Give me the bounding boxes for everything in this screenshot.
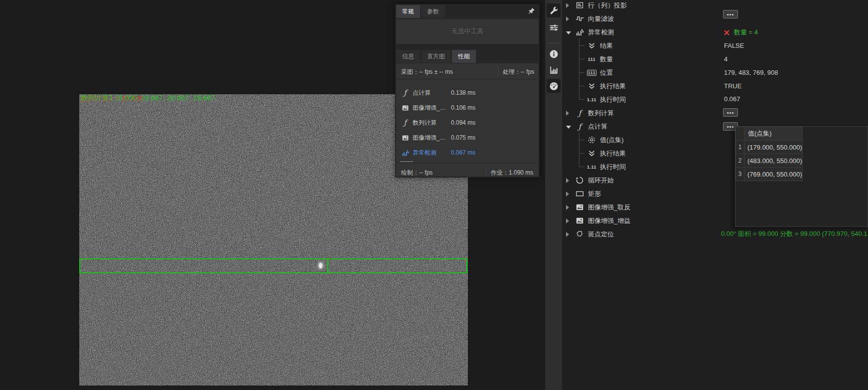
tree-item-point-set-value[interactable]: 值(点集) xyxy=(562,133,720,147)
performance-header: 采图：-- fps ± -- ms 处理：-- fps xyxy=(396,63,539,79)
wrench-icon[interactable] xyxy=(547,3,561,17)
chevron-right-icon[interactable] xyxy=(566,205,569,210)
info-icon[interactable] xyxy=(547,47,561,61)
tree-item-exec-result[interactable]: 执行结果 xyxy=(562,79,720,93)
tree-item-rectangle[interactable]: 矩形 xyxy=(562,187,720,200)
no-tool-selected-message: 无选中工具 xyxy=(396,19,539,44)
tree-item-image-enhance-gain[interactable]: 图像增强_增益 xyxy=(562,214,720,227)
perf-row-image-enhance-1[interactable]: 图像增强_… 0.106 ms xyxy=(396,100,539,115)
info-tabbar: 信息 直方图 性能 xyxy=(396,50,539,63)
table-row[interactable]: 2 (483.000, 550.000) xyxy=(736,154,803,168)
sliders-icon[interactable] xyxy=(547,20,561,34)
chevron-right-icon[interactable] xyxy=(566,232,569,237)
loop-icon xyxy=(575,176,585,185)
value-count: 4 xyxy=(724,55,727,63)
scroll-indicator[interactable] xyxy=(400,161,413,162)
tree-item-loop-start[interactable]: 循环开始 xyxy=(562,174,720,187)
tab-general[interactable]: 常规 xyxy=(396,5,420,18)
chevron-right-icon[interactable] xyxy=(566,16,569,21)
tree-item-count[interactable]: 111 数量 xyxy=(562,52,720,66)
performance-list: 采图：-- fps ± -- ms 处理：-- fps ƒ 点计算 0.138 … xyxy=(396,63,539,177)
tree-item-series-calc[interactable]: ƒ 数列计算 xyxy=(562,106,720,120)
roi-divider-line xyxy=(327,259,328,272)
perf-row-image-enhance-2[interactable]: 图像增强_… 0.075 ms xyxy=(396,130,539,145)
time-icon: 1.11 xyxy=(586,95,597,104)
table-header: 值(点集) xyxy=(744,127,803,141)
value-false: FALSE xyxy=(724,42,744,49)
value-true: TRUE xyxy=(724,82,741,90)
tree-item-vector-filter[interactable]: 向量滤波 xyxy=(562,12,720,25)
projection-icon xyxy=(575,1,585,10)
rectangle-icon xyxy=(575,190,585,198)
draw-fps-label: 绘制：-- fps xyxy=(401,169,433,177)
tree-item-exec-time[interactable]: 1.11 执行时间 xyxy=(562,93,720,106)
point-set-popup: 值(点集) 1 (179.000, 550.000) 2 (483.000, 5… xyxy=(735,126,868,227)
more-options-button[interactable]: ••• xyxy=(723,10,738,18)
tree-item-blob-locate[interactable]: 斑点定位 xyxy=(562,227,720,241)
perf-row-anomaly-detect[interactable]: 异常检测 0.067 ms xyxy=(396,145,539,160)
tab-parameters[interactable]: 参数 xyxy=(421,5,445,18)
position-icon: 111 xyxy=(587,70,597,76)
tree-item-exec-result[interactable]: 执行结果 xyxy=(562,147,720,160)
value-time: 0.067 xyxy=(724,95,740,103)
anomaly-icon xyxy=(575,28,585,37)
double-chevron-down-icon xyxy=(586,41,597,50)
image-icon xyxy=(401,104,410,112)
table-corner-cell xyxy=(736,127,744,141)
chevron-right-icon[interactable] xyxy=(566,218,569,223)
result-count-label: 数量 = 4 xyxy=(734,28,758,37)
blob-result-text: 0.00° 面积 = 99.000 分数 = 99.000 (770.970, … xyxy=(721,229,868,238)
divider xyxy=(498,66,499,76)
table-row[interactable]: 3 (769.000, 550.000) xyxy=(736,168,803,181)
tree-item-anomaly-detect[interactable]: 异常检测 xyxy=(562,25,720,39)
point-set-table: 值(点集) 1 (179.000, 550.000) 2 (483.000, 5… xyxy=(735,127,803,181)
result-line: 数量 = 4 xyxy=(723,28,758,37)
tree-guide-line xyxy=(579,38,579,99)
more-options-button[interactable]: ••• xyxy=(723,108,738,117)
tab-performance[interactable]: 性能 xyxy=(452,50,476,63)
capture-fps-label: 采图：-- fps ± -- ms xyxy=(401,68,453,76)
double-chevron-down-icon xyxy=(586,82,597,91)
fail-x-icon xyxy=(723,29,730,36)
tab-info[interactable]: 信息 xyxy=(396,50,420,63)
image-icon xyxy=(401,134,410,142)
tree-item-result[interactable]: 结果 xyxy=(562,39,720,52)
fx-series-icon: ƒ xyxy=(575,109,585,118)
tab-histogram[interactable]: 直方图 xyxy=(421,50,451,63)
chevron-right-icon[interactable] xyxy=(566,3,569,8)
tree-item-exec-time[interactable]: 1.11 执行时间 xyxy=(562,160,720,174)
chevron-down-icon[interactable] xyxy=(566,126,571,129)
value-positions: 179, 483, 769, 908 xyxy=(724,69,778,76)
image-icon xyxy=(575,216,585,225)
gauge-icon[interactable] xyxy=(547,79,561,93)
side-toolbar xyxy=(545,0,562,390)
tree-item-image-enhance-invert[interactable]: 图像增强_取反 xyxy=(562,200,720,214)
performance-footer: 绘制：-- fps 作业：1.090 ms xyxy=(396,163,539,177)
tree-guide-line xyxy=(579,132,579,167)
double-chevron-down-icon xyxy=(586,149,597,158)
pin-icon[interactable] xyxy=(528,7,537,16)
tool-properties-panel: 常规 参数 无选中工具 信息 直方图 性能 采图：-- fps ± -- ms … xyxy=(395,4,540,178)
bar-chart-icon[interactable] xyxy=(547,63,561,77)
job-tree-panel: 行（列）投影 向量滤波 异常检测 结果 111 数量 111 位置 执行结果 xyxy=(562,0,720,390)
roi-rectangle[interactable] xyxy=(79,258,467,273)
chevron-down-icon[interactable] xyxy=(566,31,571,34)
fx-point-icon: ƒ xyxy=(575,122,585,131)
tree-item-row-col-projection[interactable]: 行（列）投影 xyxy=(562,0,720,12)
process-fps-label: 处理：-- fps xyxy=(503,68,534,76)
table-row[interactable]: 1 (179.000, 550.000) xyxy=(736,141,803,154)
tree-item-point-calc[interactable]: ƒ 点计算 xyxy=(562,120,720,133)
anomaly-icon xyxy=(401,149,410,157)
count-icon: 111 xyxy=(586,55,597,64)
blob-icon xyxy=(575,230,585,239)
perf-row-point-calc[interactable]: ƒ 点计算 0.138 ms xyxy=(396,85,539,100)
chevron-right-icon[interactable] xyxy=(566,178,569,183)
detected-blob-marker xyxy=(319,263,322,268)
fx-point-icon: ƒ xyxy=(401,89,410,97)
divider xyxy=(486,167,486,176)
chevron-right-icon[interactable] xyxy=(566,111,569,116)
tree-item-position[interactable]: 111 位置 xyxy=(562,66,720,79)
perf-row-series-calc[interactable]: ƒ 数列计算 0.094 ms xyxy=(396,115,539,130)
chevron-right-icon[interactable] xyxy=(566,192,569,196)
canvas-annotation-green: 数列计算1 25.000, 23.667, 20.667, 19.667 xyxy=(81,94,215,103)
